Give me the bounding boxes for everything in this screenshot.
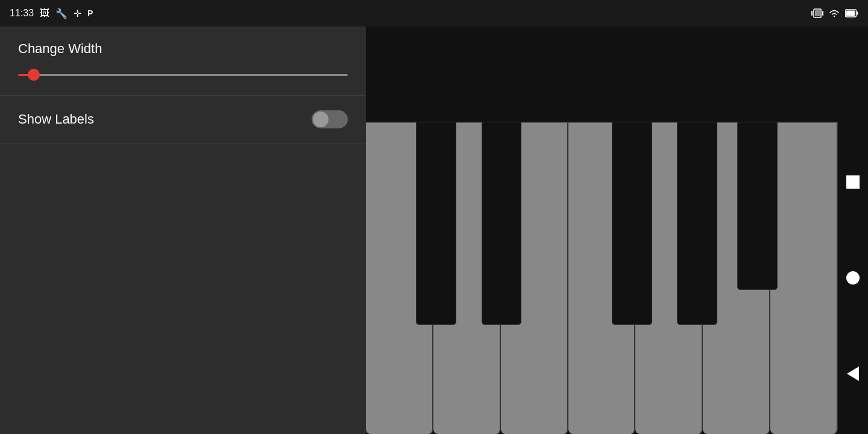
settings-panel: Change Width Show Labels <box>0 27 366 434</box>
svg-rect-2 <box>811 11 813 16</box>
white-key-2[interactable] <box>433 122 501 434</box>
width-slider[interactable] <box>18 74 348 76</box>
piano-area <box>366 27 868 434</box>
toggle-track <box>312 110 348 128</box>
svg-rect-3 <box>822 11 823 16</box>
main-layout: Change Width Show Labels <box>0 27 868 434</box>
wifi-icon <box>828 8 840 18</box>
white-key-6[interactable] <box>703 122 770 434</box>
svg-rect-5 <box>857 12 858 15</box>
move-icon: ✛ <box>74 8 81 19</box>
battery-icon <box>845 9 858 17</box>
show-labels-label: Show Labels <box>18 112 94 127</box>
svg-rect-1 <box>815 10 820 16</box>
status-time: 11:33 <box>10 8 34 19</box>
change-width-setting: Change Width <box>0 27 366 96</box>
white-key-5[interactable] <box>635 122 703 434</box>
back-icon <box>847 366 859 381</box>
white-key-1[interactable] <box>366 122 433 434</box>
stop-button[interactable] <box>843 172 863 192</box>
status-left: 11:33 🖼 🔧 ✛ P <box>10 8 93 19</box>
piano-top-bar <box>366 27 868 122</box>
width-slider-container <box>18 69 348 81</box>
image-icon: 🖼 <box>40 8 49 19</box>
show-labels-toggle[interactable] <box>312 110 348 128</box>
status-bar: 11:33 🖼 🔧 ✛ P <box>0 0 868 27</box>
record-icon <box>846 271 860 285</box>
wrench-icon: 🔧 <box>55 8 68 19</box>
svg-rect-6 <box>846 11 855 16</box>
piano-keys <box>366 122 868 434</box>
change-width-label: Change Width <box>18 41 348 57</box>
white-key-7[interactable] <box>770 122 838 434</box>
record-button[interactable] <box>843 268 863 288</box>
piano-keys-area <box>366 122 868 434</box>
status-right <box>811 8 858 19</box>
vibrate-icon <box>811 8 823 19</box>
white-key-4[interactable] <box>568 122 636 434</box>
show-labels-setting: Show Labels <box>0 96 366 143</box>
show-labels-row: Show Labels <box>18 110 348 128</box>
side-controls <box>838 122 868 434</box>
parking-icon: P <box>87 8 93 18</box>
back-button[interactable] <box>843 364 863 383</box>
white-key-3[interactable] <box>501 122 568 434</box>
stop-icon <box>846 175 860 189</box>
